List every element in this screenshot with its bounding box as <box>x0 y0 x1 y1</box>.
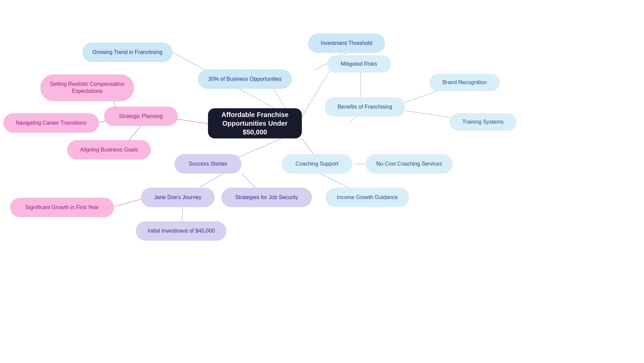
growing-trend-node: Growing Trend in Franchising <box>82 43 173 62</box>
center-node: Affordable Franchise Opportunities Under… <box>208 108 302 138</box>
initial-investment-node: Initial Investment of $45,000 <box>136 221 226 241</box>
strategies-job-node: Strategies for Job Security <box>221 188 312 207</box>
growing-trend-label: Growing Trend in Franchising <box>93 49 163 56</box>
training-systems-label: Training Systems <box>463 119 504 126</box>
success-stories-label: Success Stories <box>189 161 227 168</box>
center-label: Affordable Franchise Opportunities Under… <box>215 110 294 136</box>
aligning-business-label: Aligning Business Goals <box>80 146 138 154</box>
investment-threshold-label: Investment Threshold <box>321 40 372 47</box>
significant-growth-node: Significant Growth in First Year <box>10 198 114 217</box>
benefits-franchising-node: Benefits of Franchising <box>325 97 405 117</box>
mind-map: Affordable Franchise Opportunities Under… <box>0 0 644 363</box>
benefits-franchising-label: Benefits of Franchising <box>338 104 392 111</box>
strategies-job-label: Strategies for Job Security <box>235 194 298 201</box>
setting-realistic-node: Setting Realistic Compensation Expectati… <box>40 74 134 101</box>
investment-threshold-node: Investment Threshold <box>308 34 385 53</box>
coaching-support-node: Coaching Support <box>282 154 352 174</box>
brand-recognition-node: Brand Recognition <box>429 74 500 91</box>
no-cost-coaching-label: No-Cost Coaching Services <box>376 161 442 168</box>
success-stories-node: Success Stories <box>174 154 241 174</box>
coaching-support-label: Coaching Support <box>296 161 338 168</box>
no-cost-coaching-node: No-Cost Coaching Services <box>366 154 453 174</box>
navigating-career-node: Navigating Career Transitions <box>3 113 99 133</box>
strategic-planning-node: Strategic Planning <box>104 107 178 126</box>
income-growth-node: Income Growth Guidance <box>325 188 409 207</box>
aligning-business-node: Aligning Business Goals <box>67 140 151 160</box>
significant-growth-label: Significant Growth in First Year <box>25 204 99 211</box>
navigating-career-label: Navigating Career Transitions <box>16 120 87 127</box>
brand-recognition-label: Brand Recognition <box>442 79 487 86</box>
thirty-percent-node: 30% of Business Opportunities <box>198 69 292 89</box>
income-growth-label: Income Growth Guidance <box>337 194 397 201</box>
jane-doe-label: Jane Doe's Journey <box>154 194 202 201</box>
strategic-planning-label: Strategic Planning <box>119 113 163 120</box>
training-systems-node: Training Systems <box>449 113 517 131</box>
setting-realistic-label: Setting Realistic Compensation Expectati… <box>48 81 127 95</box>
mitigated-risks-node: Mitigated Risks <box>327 55 391 73</box>
jane-doe-node: Jane Doe's Journey <box>141 188 215 207</box>
initial-investment-label: Initial Investment of $45,000 <box>148 228 215 235</box>
thirty-percent-label: 30% of Business Opportunities <box>208 76 282 83</box>
mitigated-risks-label: Mitigated Risks <box>341 61 377 68</box>
